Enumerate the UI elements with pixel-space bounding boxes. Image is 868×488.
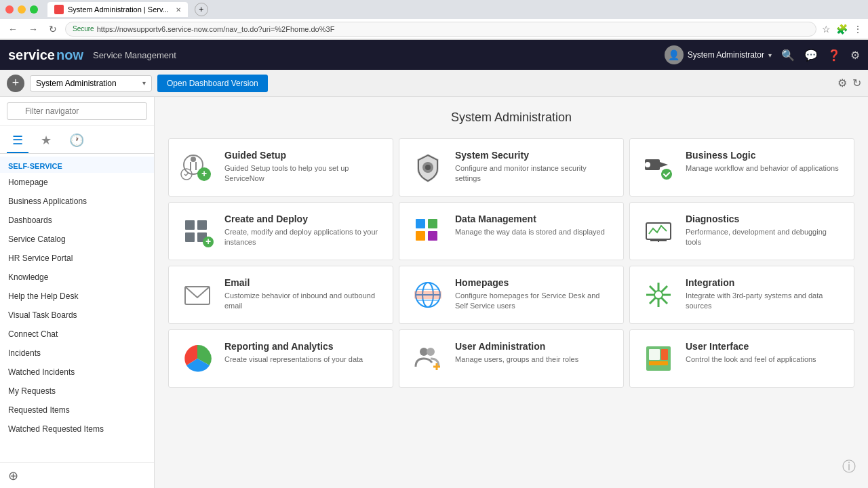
sidebar-item-hr-service-portal[interactable]: HR Service Portal [0,249,154,268]
sidebar-label-watched-incidents: Watched Incidents [8,367,75,377]
sidebar-item-connect-chat[interactable]: Connect Chat [0,325,154,344]
guided-setup-desc: Guided Setup tools to help you set up Se… [224,163,382,184]
user-administration-title: User Administration [455,341,612,352]
search-nav-icon[interactable]: 🔍 [781,49,795,62]
guided-setup-icon: + [180,150,215,185]
settings-icon[interactable]: ⚙ [850,49,860,62]
help-icon[interactable]: ❓ [827,49,841,62]
business-logic-text: Business Logic Manage workflow and behav… [686,150,843,174]
user-info[interactable]: 👤 System Administrator ▾ [665,45,772,64]
browser-close-btn[interactable] [5,5,14,14]
browser-title-bar: System Administration | Serv... ✕ + [0,0,868,19]
diagnostics-text: Diagnostics Performance, development and… [686,214,843,248]
search-input[interactable] [7,102,147,120]
dropdown-chevron-icon: ▾ [142,79,146,87]
sidebar-nav: Self-Service Homepage Business Applicati… [0,154,154,462]
sidebar-item-service-catalog[interactable]: Service Catalog [0,230,154,249]
refresh-toolbar-icon[interactable]: ↻ [852,77,861,89]
svg-rect-46 [661,349,668,360]
sidebar-item-dashboards[interactable]: Dashboards [0,211,154,230]
user-name: System Administrator [688,50,764,60]
logo: servicenow [8,47,83,63]
add-button[interactable]: + [7,75,24,92]
sidebar-item-help-desk[interactable]: Help the Help Desk [0,287,154,306]
sidebar-tab-home[interactable]: ☰ [7,129,28,153]
tab-title: System Administration | Serv... [68,5,169,14]
svg-text:+: + [205,236,211,247]
svg-rect-22 [428,231,437,241]
address-bar[interactable]: Secure https://nowsupportv6.service-now.… [65,22,816,37]
integration-title: Integration [686,277,843,288]
forward-btn[interactable]: → [26,22,41,36]
card-homepages[interactable]: Homepages Configure homepages for Servic… [399,266,624,324]
guided-setup-text: Guided Setup Guided Setup tools to help … [224,150,382,184]
card-guided-setup[interactable]: + Guided Setup Guided Setup tools to hel… [168,138,393,197]
homepages-desc: Configure homepages for Service Desk and… [455,291,612,312]
browser-tab[interactable]: System Administration | Serv... ✕ [47,2,188,17]
sidebar-item-visual-task-boards[interactable]: Visual Task Boards [0,306,154,325]
sidebar-label-hr-service-portal: HR Service Portal [8,253,73,263]
svg-rect-32 [414,291,441,299]
integration-desc: Integrate with 3rd-party systems and dat… [686,291,843,312]
email-text: Email Customize behavior of inbound and … [224,277,382,312]
sidebar-item-watched-requested-items[interactable]: Watched Requested Items [0,420,154,439]
card-reporting-analytics[interactable]: Reporting and Analytics Create visual re… [168,329,393,388]
sidebar-item-requested-items[interactable]: Requested Items [0,401,154,420]
card-integration[interactable]: Integration Integrate with 3rd-party sys… [629,266,854,324]
back-btn[interactable]: ← [5,22,20,36]
sidebar-bottom-icon[interactable]: ⊕ [8,469,18,483]
data-management-icon [410,214,446,249]
card-system-security[interactable]: System Security Configure and monitor in… [399,138,624,197]
sidebar-item-business-applications[interactable]: Business Applications [0,192,154,211]
card-business-logic[interactable]: Business Logic Manage workflow and behav… [629,138,854,197]
card-user-administration[interactable]: User Administration Manage users, groups… [399,329,624,388]
sidebar-item-homepage[interactable]: Homepage [0,173,154,192]
open-dashboard-button[interactable]: Open Dashboard Version [157,75,268,92]
app-container: servicenow Service Management 👤 System A… [0,40,868,488]
sidebar-item-my-requests[interactable]: My Requests [0,382,154,401]
sidebar-label-watched-requested-items: Watched Requested Items [8,424,104,434]
sidebar-label-my-requests: My Requests [8,386,56,396]
reload-btn[interactable]: ↻ [46,22,60,36]
card-email[interactable]: Email Customize behavior of inbound and … [168,266,393,324]
system-security-text: System Security Configure and monitor in… [455,150,612,184]
sidebar-item-watched-incidents[interactable]: Watched Incidents [0,363,154,382]
new-tab-btn[interactable]: + [195,3,208,16]
tab-close-icon[interactable]: ✕ [176,6,181,14]
sidebar-item-knowledge[interactable]: Knowledge [0,268,154,287]
svg-rect-15 [185,232,195,242]
sidebar: 🔍 ☰ ★ 🕐 Self-Service Homepage Business A… [0,97,155,488]
card-diagnostics[interactable]: Diagnostics Performance, development and… [629,202,854,260]
menu-icon[interactable]: ⋮ [853,24,863,35]
settings-toolbar-icon[interactable]: ⚙ [837,77,847,89]
sidebar-tabs: ☰ ★ 🕐 [0,126,154,154]
sidebar-tab-favorites[interactable]: ★ [35,129,57,153]
main-layout: 🔍 ☰ ★ 🕐 Self-Service Homepage Business A… [0,97,868,488]
module-dropdown[interactable]: System Administration ▾ [30,75,152,92]
extensions-icon[interactable]: 🧩 [836,24,848,35]
sidebar-label-requested-items: Requested Items [8,405,70,415]
data-management-text: Data Management Manage the way data is s… [455,214,612,237]
address-url: https://nowsupportv6.service-now.com/nav… [97,25,335,33]
card-data-management[interactable]: Data Management Manage the way data is s… [399,202,624,260]
bookmark-icon[interactable]: ☆ [822,24,831,35]
sidebar-tab-history[interactable]: 🕐 [64,129,90,153]
card-create-deploy[interactable]: + Create and Deploy Create, modify and d… [168,202,393,260]
reporting-analytics-desc: Create visual representations of your da… [224,354,382,365]
browser-maximize-btn[interactable] [30,5,38,14]
email-title: Email [224,277,382,288]
card-user-interface[interactable]: User Interface Control the look and feel… [629,329,854,388]
reporting-analytics-title: Reporting and Analytics [224,341,382,352]
user-administration-desc: Manage users, groups and their roles [455,354,612,365]
svg-rect-14 [197,220,207,230]
sidebar-item-incidents[interactable]: Incidents [0,344,154,363]
create-deploy-icon: + [180,214,215,249]
svg-text:+: + [201,168,207,179]
sub-toolbar: + System Administration ▾ Open Dashboard… [0,70,868,97]
info-button[interactable]: ⓘ [842,458,856,476]
sidebar-section-self-service: Self-Service [0,157,154,173]
browser-minimize-btn[interactable] [18,5,26,14]
chat-icon[interactable]: 💬 [804,49,818,62]
guided-setup-title: Guided Setup [224,150,382,161]
diagnostics-title: Diagnostics [686,214,843,224]
